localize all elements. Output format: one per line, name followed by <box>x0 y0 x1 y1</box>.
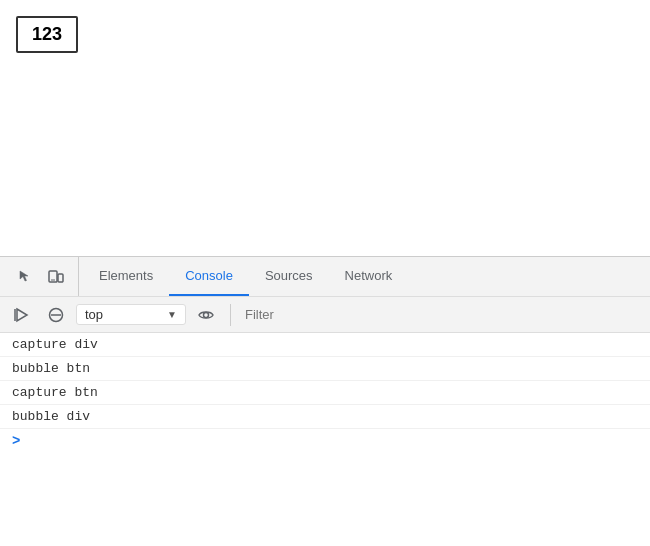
device-icon <box>48 269 64 285</box>
tabs-bar: Elements Console Sources Network <box>0 257 650 297</box>
prompt-chevron-icon: > <box>12 433 20 449</box>
tab-elements[interactable]: Elements <box>83 257 169 296</box>
svg-point-7 <box>204 312 209 317</box>
demo-box: 123 <box>16 16 78 53</box>
no-entry-icon <box>48 307 64 323</box>
eye-button[interactable] <box>192 301 220 329</box>
eye-icon <box>198 307 214 323</box>
svg-rect-1 <box>58 274 63 282</box>
devtools-icon-group <box>4 257 79 296</box>
no-entry-button[interactable] <box>42 301 70 329</box>
page-content: 123 <box>0 0 650 260</box>
toolbar-divider <box>230 304 231 326</box>
svg-marker-3 <box>17 309 27 321</box>
devtools-tabs: Elements Console Sources Network <box>79 257 408 296</box>
filter-input[interactable] <box>241 305 642 324</box>
console-toolbar: top ▼ <box>0 297 650 333</box>
tab-console[interactable]: Console <box>169 257 249 296</box>
play-icon <box>14 307 30 323</box>
inspect-element-button[interactable] <box>12 263 40 291</box>
device-toggle-button[interactable] <box>42 263 70 291</box>
clear-console-button[interactable] <box>8 301 36 329</box>
console-prompt[interactable]: > <box>0 429 650 453</box>
console-line-1: capture div <box>0 333 650 357</box>
context-selector[interactable]: top ▼ <box>76 304 186 325</box>
cursor-icon <box>18 269 34 285</box>
console-output: capture div bubble btn capture btn bubbl… <box>0 333 650 546</box>
console-line-4: bubble div <box>0 405 650 429</box>
console-line-2: bubble btn <box>0 357 650 381</box>
tab-sources[interactable]: Sources <box>249 257 329 296</box>
dropdown-arrow-icon: ▼ <box>167 309 177 320</box>
console-line-3: capture btn <box>0 381 650 405</box>
tab-network[interactable]: Network <box>329 257 409 296</box>
devtools-panel: Elements Console Sources Network <box>0 256 650 546</box>
context-value: top <box>85 307 103 322</box>
